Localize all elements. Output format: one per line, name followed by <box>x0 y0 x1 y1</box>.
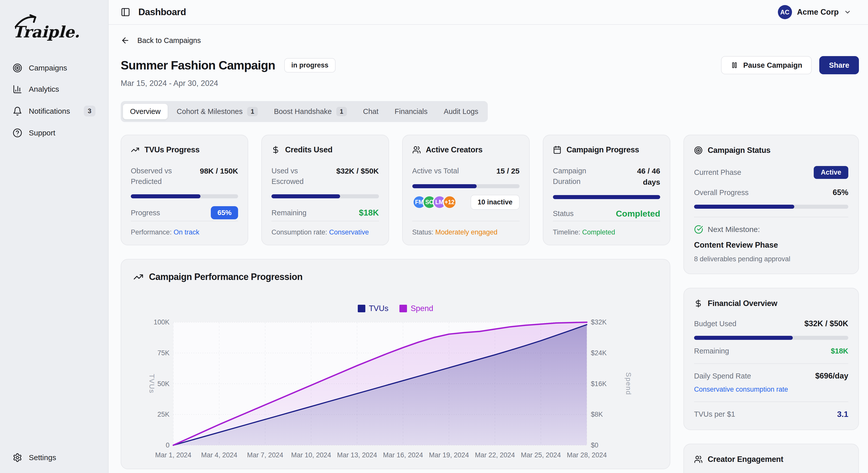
svg-text:Mar 7, 2024: Mar 7, 2024 <box>247 451 283 459</box>
status-value: Completed <box>616 209 660 218</box>
main-area: Dashboard AC Acme Corp Back to Campaigns… <box>108 0 868 473</box>
progress-bar <box>271 194 379 198</box>
metric-label: Used vs Escrowed <box>271 166 332 187</box>
daily-spend-value: $696/day <box>815 372 848 381</box>
progress-bar <box>131 194 238 198</box>
svg-text:0: 0 <box>166 441 169 449</box>
metric-label: Observed vs Predicted <box>131 166 191 187</box>
chart-legend: TVUs Spend <box>133 304 658 313</box>
campaign-status-card: Campaign Status Current Phase Active Ove… <box>683 135 859 274</box>
card-footer: Performance: On track <box>131 221 238 236</box>
target-icon <box>12 63 22 73</box>
svg-text:$32K: $32K <box>591 318 607 326</box>
creator-avatar-overflow: +12 <box>442 195 457 209</box>
content: Back to Campaigns Summer Fashion Campaig… <box>108 25 868 473</box>
org-avatar: AC <box>778 5 792 19</box>
share-button[interactable]: Share <box>819 56 859 74</box>
financial-overview-card: Financial Overview Budget Used $32K / $5… <box>683 288 859 430</box>
org-switcher[interactable]: AC Acme Corp <box>778 5 851 19</box>
remaining-value: $18K <box>831 347 848 355</box>
chart-title: Campaign Performance Progression <box>149 272 303 282</box>
tab-audit-logs[interactable]: Audit Logs <box>437 104 486 119</box>
sidebar-item-settings[interactable]: Settings <box>9 449 100 467</box>
svg-text:Mar 4, 2024: Mar 4, 2024 <box>201 451 237 459</box>
tab-bar: Overview Cohort & Milestones1 Boost Hand… <box>121 101 488 122</box>
divider: Next Milestone: Content Review Phase 8 d… <box>694 217 848 263</box>
tab-count-badge: 1 <box>247 107 258 116</box>
svg-text:Spend: Spend <box>625 372 632 395</box>
progress-bar <box>412 184 520 188</box>
card-title: Campaign Status <box>708 146 771 155</box>
users-icon <box>412 146 421 154</box>
sidebar-item-label: Analytics <box>29 85 59 93</box>
tab-chat[interactable]: Chat <box>356 104 385 119</box>
consumption-rate-link[interactable]: Conservative <box>329 229 369 236</box>
check-circle-icon <box>694 225 703 234</box>
progress-label: Progress <box>131 209 160 217</box>
overall-progress-label: Overall Progress <box>694 188 749 197</box>
svg-text:25K: 25K <box>158 411 170 418</box>
tvus-progress-card: TVUs Progress Observed vs Predicted 98K … <box>121 135 248 245</box>
campaign-progress-card: Campaign Progress Campaign Duration 46 /… <box>543 135 670 245</box>
card-title: Creator Engagement <box>708 455 783 464</box>
trending-up-icon <box>133 272 144 282</box>
org-name: Acme Corp <box>797 7 839 17</box>
sidebar-item-campaigns[interactable]: Campaigns <box>9 59 99 77</box>
progress-bar <box>694 205 848 209</box>
tab-financials[interactable]: Financials <box>388 104 435 119</box>
page-header-title: Dashboard <box>138 7 186 18</box>
sidebar: Traiple. Campaigns Analytics Notificatio… <box>0 0 108 473</box>
sidebar-item-label: Settings <box>29 453 56 462</box>
consumption-rate-note[interactable]: Conservative consumption rate <box>694 386 848 393</box>
metric-value: 46 / 46 days <box>622 166 660 187</box>
sidebar-nav: Campaigns Analytics Notifications 3 Supp… <box>9 59 99 142</box>
tab-cohort-milestones[interactable]: Cohort & Milestones1 <box>170 104 265 120</box>
timeline-status-value: Completed <box>582 229 615 236</box>
performance-chart-card: Campaign Performance Progression TVUs Sp… <box>121 259 670 469</box>
card-title: Campaign Progress <box>566 145 639 154</box>
remaining-value: $18K <box>359 208 379 217</box>
sidebar-item-notifications[interactable]: Notifications 3 <box>9 101 99 120</box>
sidebar-item-support[interactable]: Support <box>9 124 99 142</box>
card-title: Active Creators <box>426 145 483 154</box>
daily-spend-label: Daily Spend Rate <box>694 372 751 380</box>
next-milestone-label: Next Milestone: <box>708 225 760 234</box>
spend-swatch <box>399 305 407 312</box>
tab-overview[interactable]: Overview <box>123 104 168 119</box>
metric-value: 15 / 25 <box>496 166 520 177</box>
tvus-per-dollar-label: TVUs per $1 <box>694 410 735 418</box>
dollar-icon <box>694 299 703 308</box>
svg-text:Mar 16, 2024: Mar 16, 2024 <box>383 451 423 459</box>
svg-text:Mar 28, 2024: Mar 28, 2024 <box>567 451 607 459</box>
status-badge: in progress <box>284 58 336 72</box>
chevron-down-icon <box>844 8 851 16</box>
card-footer: Consumption rate: Conservative <box>271 221 379 236</box>
logo-text: Traiple. <box>12 23 80 41</box>
sidebar-item-label: Support <box>29 128 55 137</box>
help-circle-icon <box>12 128 22 138</box>
tab-count-badge: 1 <box>336 107 347 116</box>
svg-text:$16K: $16K <box>591 380 607 388</box>
bar-chart-icon <box>12 84 22 94</box>
bell-icon <box>12 107 22 116</box>
back-to-campaigns-link[interactable]: Back to Campaigns <box>121 36 201 45</box>
back-label: Back to Campaigns <box>137 36 201 45</box>
performance-link[interactable]: On track <box>174 229 199 236</box>
pause-icon <box>731 61 738 69</box>
traiple-logo: Traiple. <box>10 11 86 44</box>
dollar-icon <box>271 146 280 154</box>
card-title: TVUs Progress <box>145 145 199 154</box>
sidebar-item-analytics[interactable]: Analytics <box>9 80 99 98</box>
card-title: Financial Overview <box>708 299 777 308</box>
status-label: Status <box>553 209 574 218</box>
panel-left-icon[interactable] <box>121 7 130 17</box>
remaining-label: Remaining <box>694 347 729 355</box>
svg-text:75K: 75K <box>158 349 170 357</box>
pause-campaign-button[interactable]: Pause Campaign <box>721 56 812 74</box>
card-title: Credits Used <box>285 145 333 154</box>
tab-boost-handshake[interactable]: Boost Handshake1 <box>267 104 354 120</box>
campaign-date-range: Mar 15, 2024 - Apr 30, 2024 <box>121 79 859 88</box>
trending-up-icon <box>131 146 140 154</box>
credits-used-card: Credits Used Used vs Escrowed $32K / $50… <box>261 135 389 245</box>
performance-area-chart: Mar 1, 2024Mar 4, 2024Mar 7, 2024Mar 10,… <box>133 316 658 467</box>
